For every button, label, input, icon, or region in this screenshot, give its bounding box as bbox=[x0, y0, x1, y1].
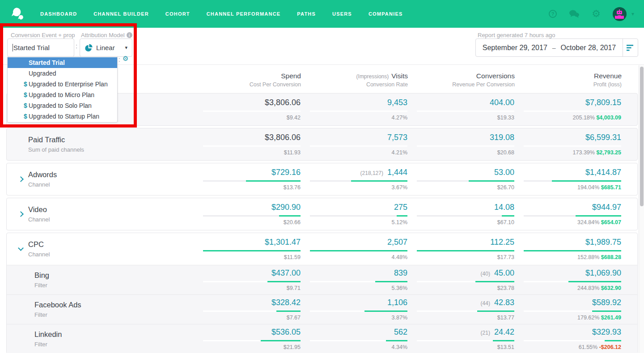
value-cell: (218,127)1,4443.67% bbox=[310, 163, 407, 195]
table-row-bing[interactable]: BingFilter$437.00$9.718395.36%(40)45.00$… bbox=[7, 265, 637, 294]
cell-value[interactable]: 275 bbox=[394, 203, 407, 212]
cell-value[interactable]: 7,573 bbox=[387, 133, 407, 142]
nav-item-companies[interactable]: COMPANIES bbox=[369, 11, 403, 17]
row-title: Adwords bbox=[28, 170, 194, 179]
table-row-cpc[interactable]: CPCChannel$1,301.47$11.592,5074.48%112.2… bbox=[7, 233, 637, 265]
cell-value[interactable]: 45.00 bbox=[494, 268, 514, 278]
cell-value[interactable]: 14.08 bbox=[494, 203, 514, 212]
value-bar bbox=[524, 310, 621, 312]
value-bar-fill bbox=[524, 250, 621, 251]
cell-value[interactable]: $1,069.90 bbox=[585, 268, 621, 278]
value-bar bbox=[524, 145, 621, 147]
cell-value[interactable]: 9,453 bbox=[387, 98, 407, 107]
cell-value[interactable]: 42.83 bbox=[494, 298, 514, 307]
value-cell: 404.00$19.33 bbox=[417, 94, 514, 125]
cell-value[interactable]: 2,507 bbox=[387, 238, 407, 247]
value-cell: 1,1063.87% bbox=[310, 295, 407, 324]
cell-subvalue: $17.73 bbox=[497, 254, 514, 260]
attribution-model-label: Attribution Model i bbox=[81, 32, 132, 38]
profit-percent: 173.39% bbox=[573, 149, 597, 156]
cell-subvalue: $20.66 bbox=[284, 219, 301, 225]
nav-item-cohort[interactable]: COHORT bbox=[165, 11, 190, 17]
cell-value[interactable]: 319.08 bbox=[490, 133, 514, 142]
dropdown-item-upgraded-to-startup-plan[interactable]: $Upgraded to Startup Plan bbox=[8, 111, 117, 122]
nav-right-icons: ? ⚙ ▾ bbox=[549, 7, 634, 21]
value-bar bbox=[203, 340, 301, 341]
date-range-picker[interactable]: September 29, 2017 – October 28, 2017 bbox=[475, 38, 638, 57]
cell-value[interactable]: $589.92 bbox=[592, 298, 621, 307]
cell-value[interactable]: $7,809.15 bbox=[585, 98, 621, 107]
caret-down-icon[interactable]: ▾ bbox=[631, 11, 634, 17]
cell-value[interactable]: $1,301.47 bbox=[265, 238, 301, 247]
cell-value[interactable]: $3,806.06 bbox=[265, 133, 301, 142]
cell-subvalue: $11.59 bbox=[284, 254, 301, 260]
table-row-facebook-ads[interactable]: Facebook AdsFilter$328.42$7.671,1063.87%… bbox=[7, 294, 637, 324]
value-cell: (40)45.00$23.78 bbox=[417, 265, 514, 294]
cell-value[interactable]: $328.42 bbox=[271, 298, 301, 307]
nav-item-paths[interactable]: PATHS bbox=[297, 11, 316, 17]
cell-value[interactable]: $6,599.31 bbox=[585, 133, 621, 142]
value-bar-fill bbox=[351, 180, 407, 182]
table-row-linkedin[interactable]: LinkedinFilter$536.05$21.955624.34%(21)2… bbox=[7, 324, 637, 353]
table-row-video[interactable]: VideoChannel$290.90$20.662755.12%14.08$6… bbox=[7, 198, 637, 230]
value-cell: 112.25$17.73 bbox=[417, 233, 514, 265]
cell-value[interactable]: 562 bbox=[394, 327, 407, 337]
cell-subvalue: 173.39% $2,793.25 bbox=[573, 149, 621, 156]
cell-value[interactable]: 53.00 bbox=[494, 168, 514, 177]
cell-value[interactable]: 24.42 bbox=[494, 327, 514, 337]
value-bar bbox=[524, 340, 621, 341]
scrollbar-track bbox=[639, 65, 644, 353]
value-cell: $3,806.06$9.42 bbox=[203, 94, 301, 125]
conversion-event-input[interactable]: Started Trial bbox=[7, 38, 74, 57]
cell-value[interactable]: $437.00 bbox=[271, 268, 301, 278]
help-icon[interactable]: ? bbox=[549, 10, 557, 18]
cell-value[interactable]: $944.97 bbox=[592, 203, 621, 212]
cell-value[interactable]: $3,806.06 bbox=[265, 98, 301, 107]
date-filter-button[interactable] bbox=[623, 39, 638, 56]
settings-icon[interactable]: ⚙ bbox=[592, 9, 601, 19]
cell-value[interactable]: $1,414.87 bbox=[585, 168, 621, 177]
cell-value[interactable]: $536.05 bbox=[271, 327, 301, 337]
nav-item-channel-performance[interactable]: CHANNEL PERFORMANCE bbox=[207, 11, 281, 17]
dropdown-item-upgraded-to-enterprise-plan[interactable]: $Upgraded to Enterprise Plan bbox=[8, 79, 117, 89]
nav-item-users[interactable]: USERS bbox=[332, 11, 352, 17]
cell-subvalue: $13.77 bbox=[497, 315, 514, 321]
nav-item-dashboard[interactable]: DASHBOARD bbox=[40, 11, 77, 17]
cell-value[interactable]: $1,989.75 bbox=[585, 238, 621, 247]
cell-value[interactable]: 1,106 bbox=[387, 298, 407, 307]
value-cell: (21)24.42$13.51 bbox=[417, 324, 514, 353]
cell-value[interactable]: $329.93 bbox=[592, 327, 621, 337]
cell-value[interactable]: 112.25 bbox=[490, 238, 514, 247]
scrollbar-thumb[interactable] bbox=[640, 67, 644, 206]
value-bar-fill bbox=[568, 281, 621, 282]
row-title: Video bbox=[28, 205, 194, 214]
cell-value[interactable]: $290.90 bbox=[271, 203, 301, 212]
value-cell: $536.05$21.95 bbox=[203, 324, 301, 353]
cell-value[interactable]: 404.00 bbox=[490, 98, 514, 107]
row-label: Facebook AdsFilter bbox=[7, 295, 194, 324]
column-subtitle: Revenue Per Conversion bbox=[417, 81, 515, 88]
cell-value[interactable]: 839 bbox=[394, 268, 407, 278]
messages-icon[interactable] bbox=[569, 9, 580, 18]
attribution-logo[interactable] bbox=[10, 6, 25, 21]
dropdown-item-upgraded-to-solo-plan[interactable]: $Upgraded to Solo Plan bbox=[8, 100, 117, 111]
attribution-model-select[interactable]: Linear ▾ bbox=[80, 38, 132, 57]
channel-card: Paid TrafficSum of paid channels$3,806.0… bbox=[6, 128, 638, 161]
value-bar bbox=[524, 215, 621, 217]
cell-value[interactable]: 1,444 bbox=[387, 168, 407, 177]
cell-value[interactable]: $729.16 bbox=[271, 168, 301, 177]
table-row-adwords[interactable]: AdwordsChannel$729.16$13.76(218,127)1,44… bbox=[7, 163, 637, 195]
dropdown-item-started-trial[interactable]: Started Trial bbox=[8, 57, 117, 68]
column-title-text: Revenue bbox=[594, 72, 622, 80]
channel-settings-gear-icon[interactable]: ⚙ bbox=[123, 55, 128, 62]
table-row-paid-traffic[interactable]: Paid TrafficSum of paid channels$3,806.0… bbox=[7, 128, 637, 160]
value-bar bbox=[310, 310, 407, 312]
user-avatar[interactable] bbox=[613, 7, 627, 21]
report-generated-label: Report generated 7 hours ago bbox=[478, 32, 555, 38]
dropdown-item-upgraded-to-micro-plan[interactable]: $Upgraded to Micro Plan bbox=[8, 89, 117, 100]
column-subtitle: Cost Per Conversion bbox=[203, 81, 301, 88]
dropdown-item-label: Upgraded to Enterprise Plan bbox=[29, 81, 108, 88]
info-icon[interactable]: i bbox=[127, 32, 132, 38]
nav-item-channel-builder[interactable]: CHANNEL BUILDER bbox=[93, 11, 149, 17]
dropdown-item-upgraded[interactable]: Upgraded bbox=[8, 68, 117, 79]
